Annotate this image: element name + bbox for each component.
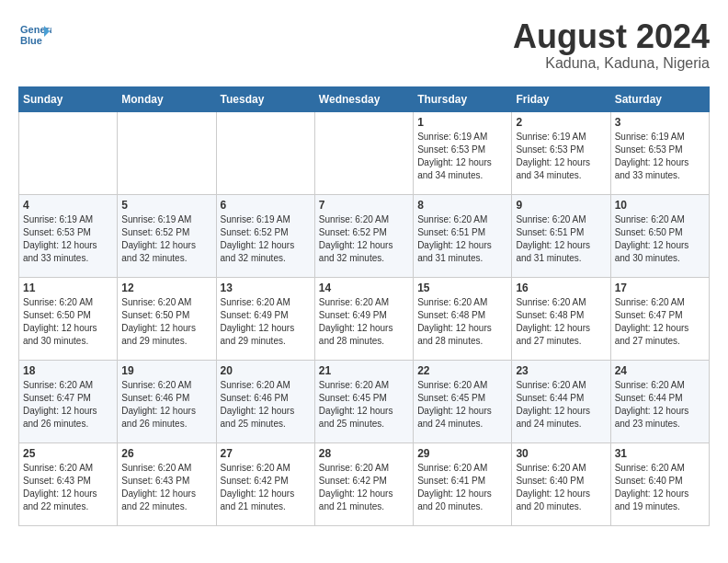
calendar-cell: 4Sunrise: 6:19 AM Sunset: 6:53 PM Daylig… [19,194,118,277]
calendar-cell: 30Sunrise: 6:20 AM Sunset: 6:40 PM Dayli… [512,442,610,525]
logo: General Blue [18,18,51,52]
day-info: Sunrise: 6:19 AM Sunset: 6:52 PM Dayligh… [221,213,311,265]
title-block: August 2024 Kaduna, Kaduna, Nigeria [513,18,710,72]
day-info: Sunrise: 6:20 AM Sunset: 6:48 PM Dayligh… [516,296,606,348]
day-number: 19 [121,364,211,377]
day-number: 24 [615,364,705,377]
calendar-cell: 8Sunrise: 6:20 AM Sunset: 6:51 PM Daylig… [414,194,512,277]
calendar-cell: 1Sunrise: 6:19 AM Sunset: 6:53 PM Daylig… [414,111,512,194]
day-number: 26 [121,447,211,460]
day-number: 23 [516,364,606,377]
calendar-cell: 18Sunrise: 6:20 AM Sunset: 6:47 PM Dayli… [19,360,118,442]
day-info: Sunrise: 6:20 AM Sunset: 6:50 PM Dayligh… [121,296,211,348]
location-subtitle: Kaduna, Kaduna, Nigeria [513,55,710,72]
day-number: 29 [417,447,507,460]
day-info: Sunrise: 6:20 AM Sunset: 6:47 PM Dayligh… [23,379,113,431]
day-number: 11 [23,282,113,294]
month-year-title: August 2024 [513,18,710,55]
calendar-cell: 15Sunrise: 6:20 AM Sunset: 6:48 PM Dayli… [414,277,512,360]
day-number: 30 [516,447,606,460]
day-info: Sunrise: 6:20 AM Sunset: 6:40 PM Dayligh… [615,462,705,513]
day-number: 9 [516,199,606,212]
day-number: 21 [319,364,409,377]
calendar-cell: 24Sunrise: 6:20 AM Sunset: 6:44 PM Dayli… [610,360,709,442]
day-info: Sunrise: 6:20 AM Sunset: 6:46 PM Dayligh… [121,379,211,431]
day-info: Sunrise: 6:19 AM Sunset: 6:53 PM Dayligh… [516,131,606,182]
calendar-week-row: 25Sunrise: 6:20 AM Sunset: 6:43 PM Dayli… [19,442,710,525]
day-info: Sunrise: 6:20 AM Sunset: 6:41 PM Dayligh… [417,462,507,513]
calendar-header-row: SundayMondayTuesdayWednesdayThursdayFrid… [19,86,710,111]
day-number: 18 [23,364,113,377]
calendar-cell: 10Sunrise: 6:20 AM Sunset: 6:50 PM Dayli… [610,194,709,277]
calendar-cell [216,111,314,194]
calendar-week-row: 18Sunrise: 6:20 AM Sunset: 6:47 PM Dayli… [19,360,710,442]
day-number: 27 [221,447,311,460]
calendar-cell: 16Sunrise: 6:20 AM Sunset: 6:48 PM Dayli… [512,277,610,360]
calendar-cell: 25Sunrise: 6:20 AM Sunset: 6:43 PM Dayli… [19,442,118,525]
day-info: Sunrise: 6:20 AM Sunset: 6:46 PM Dayligh… [221,379,311,431]
calendar-header-saturday: Saturday [610,86,709,111]
day-info: Sunrise: 6:20 AM Sunset: 6:49 PM Dayligh… [221,296,311,348]
day-info: Sunrise: 6:19 AM Sunset: 6:53 PM Dayligh… [615,131,705,182]
calendar-cell: 3Sunrise: 6:19 AM Sunset: 6:53 PM Daylig… [610,111,709,194]
calendar-week-row: 1Sunrise: 6:19 AM Sunset: 6:53 PM Daylig… [19,111,710,194]
day-info: Sunrise: 6:19 AM Sunset: 6:52 PM Dayligh… [121,213,211,265]
calendar-header-thursday: Thursday [414,86,512,111]
day-info: Sunrise: 6:20 AM Sunset: 6:50 PM Dayligh… [615,213,705,265]
day-number: 17 [615,282,705,294]
calendar-cell: 29Sunrise: 6:20 AM Sunset: 6:41 PM Dayli… [414,442,512,525]
day-number: 15 [417,282,507,294]
calendar-cell: 19Sunrise: 6:20 AM Sunset: 6:46 PM Dayli… [118,360,216,442]
calendar-header-monday: Monday [118,86,216,111]
calendar-header-tuesday: Tuesday [216,86,314,111]
calendar-cell: 13Sunrise: 6:20 AM Sunset: 6:49 PM Dayli… [216,277,314,360]
day-info: Sunrise: 6:20 AM Sunset: 6:44 PM Dayligh… [615,379,705,431]
calendar-cell: 11Sunrise: 6:20 AM Sunset: 6:50 PM Dayli… [19,277,118,360]
day-info: Sunrise: 6:20 AM Sunset: 6:44 PM Dayligh… [516,379,606,431]
day-number: 1 [417,116,507,129]
calendar-cell [19,111,118,194]
calendar-cell: 22Sunrise: 6:20 AM Sunset: 6:45 PM Dayli… [414,360,512,442]
day-info: Sunrise: 6:20 AM Sunset: 6:43 PM Dayligh… [23,462,113,513]
day-number: 25 [23,447,113,460]
calendar-cell: 6Sunrise: 6:19 AM Sunset: 6:52 PM Daylig… [216,194,314,277]
day-info: Sunrise: 6:19 AM Sunset: 6:53 PM Dayligh… [23,213,113,265]
day-number: 10 [615,199,705,212]
calendar-cell: 14Sunrise: 6:20 AM Sunset: 6:49 PM Dayli… [314,277,413,360]
calendar-cell: 27Sunrise: 6:20 AM Sunset: 6:42 PM Dayli… [216,442,314,525]
day-number: 8 [417,199,507,212]
day-number: 7 [319,199,409,212]
calendar-cell: 5Sunrise: 6:19 AM Sunset: 6:52 PM Daylig… [118,194,216,277]
day-info: Sunrise: 6:20 AM Sunset: 6:45 PM Dayligh… [319,379,409,431]
svg-text:Blue: Blue [20,35,42,46]
day-number: 2 [516,116,606,129]
calendar-header-sunday: Sunday [19,86,118,111]
calendar-cell: 23Sunrise: 6:20 AM Sunset: 6:44 PM Dayli… [512,360,610,442]
day-info: Sunrise: 6:20 AM Sunset: 6:47 PM Dayligh… [615,296,705,348]
calendar-cell: 7Sunrise: 6:20 AM Sunset: 6:52 PM Daylig… [314,194,413,277]
day-number: 22 [417,364,507,377]
calendar-cell: 21Sunrise: 6:20 AM Sunset: 6:45 PM Dayli… [314,360,413,442]
calendar-table: SundayMondayTuesdayWednesdayThursdayFrid… [18,86,710,526]
calendar-cell: 20Sunrise: 6:20 AM Sunset: 6:46 PM Dayli… [216,360,314,442]
day-info: Sunrise: 6:20 AM Sunset: 6:43 PM Dayligh… [121,462,211,513]
calendar-cell: 2Sunrise: 6:19 AM Sunset: 6:53 PM Daylig… [512,111,610,194]
day-number: 3 [615,116,705,129]
day-number: 12 [121,282,211,294]
calendar-cell: 26Sunrise: 6:20 AM Sunset: 6:43 PM Dayli… [118,442,216,525]
day-number: 28 [319,447,409,460]
day-info: Sunrise: 6:19 AM Sunset: 6:53 PM Dayligh… [417,131,507,182]
calendar-week-row: 4Sunrise: 6:19 AM Sunset: 6:53 PM Daylig… [19,194,710,277]
logo-icon: General Blue [18,18,51,52]
day-info: Sunrise: 6:20 AM Sunset: 6:42 PM Dayligh… [221,462,311,513]
day-info: Sunrise: 6:20 AM Sunset: 6:45 PM Dayligh… [417,379,507,431]
day-info: Sunrise: 6:20 AM Sunset: 6:51 PM Dayligh… [417,213,507,265]
calendar-header-friday: Friday [512,86,610,111]
day-info: Sunrise: 6:20 AM Sunset: 6:52 PM Dayligh… [319,213,409,265]
day-number: 16 [516,282,606,294]
calendar-cell: 9Sunrise: 6:20 AM Sunset: 6:51 PM Daylig… [512,194,610,277]
calendar-cell [118,111,216,194]
calendar-cell: 28Sunrise: 6:20 AM Sunset: 6:42 PM Dayli… [314,442,413,525]
day-number: 4 [23,199,113,212]
calendar-week-row: 11Sunrise: 6:20 AM Sunset: 6:50 PM Dayli… [19,277,710,360]
